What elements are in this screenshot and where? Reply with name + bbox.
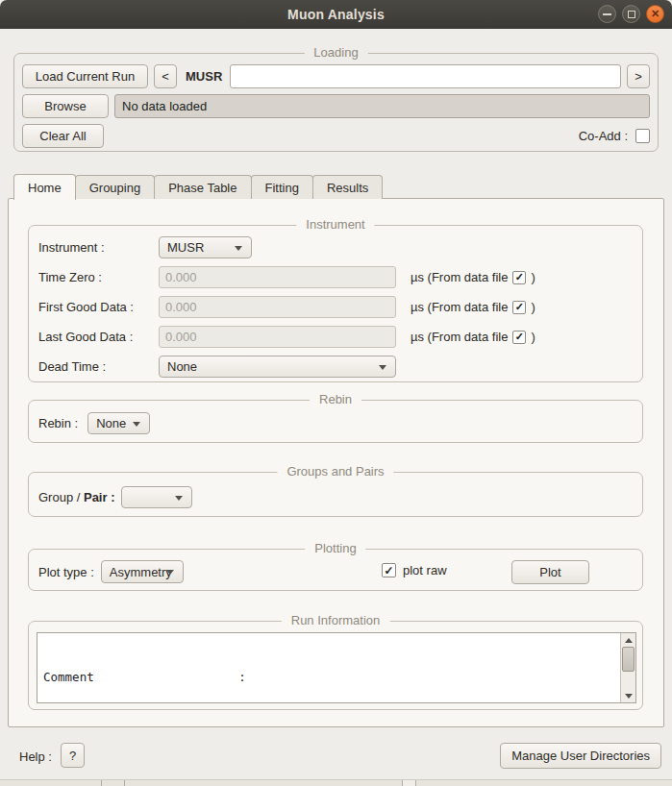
background-window-fragment	[402, 780, 416, 786]
units-close-paren: )	[531, 300, 535, 314]
scroll-up-icon	[625, 638, 633, 643]
units-text: µs (From data file	[411, 300, 508, 314]
instrument-combobox[interactable]: MUSR	[159, 236, 252, 258]
instrument-label: Instrument :	[38, 240, 159, 255]
maximize-icon	[628, 11, 635, 18]
tab-home[interactable]: Home	[13, 174, 76, 200]
instrument-prefix-label: MUSR	[186, 69, 222, 84]
check-icon: ✓	[515, 302, 524, 312]
run-number-input[interactable]	[230, 64, 621, 88]
rebin-row: Rebin : None	[38, 412, 633, 434]
last-good-data-input[interactable]	[159, 326, 396, 348]
browse-button[interactable]: Browse	[22, 94, 109, 118]
plot-type-label: Plot type :	[38, 565, 94, 579]
last-good-data-label: Last Good Data :	[38, 330, 159, 344]
coadd-group: Co-Add :	[579, 129, 650, 143]
previous-run-button[interactable]: <	[154, 64, 177, 88]
minimize-button[interactable]	[598, 5, 616, 23]
run-information-textarea[interactable]: Comment : Start : Log not found End : Lo…	[37, 632, 636, 703]
groups-pairs-groupbox: Groups and Pairs Group / Pair :	[28, 472, 643, 517]
rebin-combobox-value: None	[96, 416, 126, 430]
window-title: Muon Analysis	[287, 7, 385, 22]
minimize-icon	[603, 13, 611, 15]
check-icon: ✓	[384, 565, 393, 577]
plotting-groupbox: Plotting Plot type : Asymmetry ✓ plot ra…	[28, 549, 643, 591]
instrument-legend: Instrument	[296, 217, 374, 232]
scroll-down-icon	[625, 694, 633, 699]
rebin-combobox[interactable]: None	[87, 412, 150, 434]
background-window-divider	[101, 780, 102, 786]
close-button[interactable]: ✕	[646, 5, 664, 23]
dead-time-label: Dead Time :	[38, 359, 159, 374]
help-button[interactable]: ?	[61, 743, 85, 768]
last-good-from-file-checkbox[interactable]: ✓	[512, 331, 526, 344]
loading-legend: Loading	[304, 45, 367, 60]
plot-raw-checkbox[interactable]: ✓	[382, 563, 396, 577]
plot-button[interactable]: Plot	[511, 560, 589, 584]
time-zero-units: µs (From data file ✓ )	[411, 270, 535, 284]
first-good-data-units: µs (From data file ✓ )	[411, 300, 535, 314]
dropdown-arrow-icon	[379, 365, 386, 370]
plot-raw-label: plot raw	[403, 563, 447, 577]
last-good-data-units: µs (From data file ✓ )	[411, 330, 535, 344]
plot-raw-group: ✓ plot raw	[382, 563, 447, 577]
scrollbar-thumb[interactable]	[622, 647, 635, 672]
group-pair-row: Group / Pair :	[38, 486, 633, 508]
time-zero-input[interactable]	[159, 266, 396, 288]
check-icon: ✓	[515, 272, 524, 282]
time-zero-row: Time Zero : µs (From data file ✓ )	[38, 266, 633, 288]
plot-type-combobox[interactable]: Asymmetry	[101, 560, 184, 583]
coadd-checkbox[interactable]	[635, 129, 650, 143]
main-tabbar: Home Grouping Phase Table Fitting Result…	[13, 174, 382, 199]
group-pair-label: Group / Pair :	[38, 490, 114, 504]
last-good-data-row: Last Good Data : µs (From data file ✓ )	[38, 326, 633, 348]
first-good-from-file-checkbox[interactable]: ✓	[512, 301, 526, 314]
dead-time-combobox-value: None	[167, 359, 197, 374]
run-information-text: Comment : Start : Log not found End : Lo…	[43, 634, 616, 702]
scroll-down-button[interactable]	[621, 689, 635, 702]
background-window-divider	[124, 780, 125, 786]
background-window-edge	[0, 779, 672, 786]
coadd-label: Co-Add :	[579, 129, 628, 143]
dropdown-arrow-icon	[166, 570, 174, 575]
plotting-legend: Plotting	[305, 541, 365, 555]
tab-grouping[interactable]: Grouping	[75, 175, 155, 199]
plot-type-combobox-value: Asymmetry	[110, 565, 172, 579]
tab-phase-table[interactable]: Phase Table	[154, 175, 251, 199]
run-information-legend: Run Information	[282, 613, 390, 627]
loading-groupbox: Loading Load Current Run < MUSR > Browse…	[13, 53, 659, 152]
manage-user-directories-button[interactable]: Manage User Directories	[500, 743, 661, 769]
titlebar[interactable]: Muon Analysis ✕	[0, 0, 672, 29]
instrument-combobox-value: MUSR	[167, 240, 204, 255]
dead-time-row: Dead Time : None	[38, 356, 633, 378]
first-good-data-row: First Good Data : µs (From data file ✓ )	[38, 296, 633, 318]
rebin-label: Rebin :	[38, 416, 78, 430]
loading-row-browse: Browse No data loaded	[22, 94, 650, 118]
load-current-run-button[interactable]: Load Current Run	[22, 64, 148, 88]
tab-results[interactable]: Results	[312, 175, 383, 199]
loading-row-clear: Clear All Co-Add :	[22, 124, 650, 148]
run-information-groupbox: Run Information Comment : Start : Log no…	[28, 621, 643, 710]
dead-time-combobox[interactable]: None	[159, 356, 396, 378]
first-good-data-input[interactable]	[159, 296, 396, 318]
maximize-button[interactable]	[622, 5, 640, 23]
units-text: µs (From data file	[411, 270, 508, 284]
rebin-legend: Rebin	[310, 392, 361, 406]
loaded-file-status-field: No data loaded	[114, 94, 650, 118]
scroll-up-button[interactable]	[621, 633, 635, 647]
muon-analysis-window: Muon Analysis ✕ Loading Load Current Run…	[0, 0, 672, 786]
time-zero-from-file-checkbox[interactable]: ✓	[512, 271, 526, 284]
vertical-scrollbar[interactable]	[620, 633, 635, 702]
tab-fitting[interactable]: Fitting	[251, 175, 313, 199]
instrument-row: Instrument : MUSR	[38, 236, 633, 258]
home-tab-panel: Instrument Instrument : MUSR Time Zero :…	[8, 198, 664, 727]
group-pair-combobox[interactable]	[121, 486, 192, 508]
clear-all-button[interactable]: Clear All	[22, 124, 104, 148]
help-label: Help :	[19, 749, 52, 764]
instrument-groupbox: Instrument Instrument : MUSR Time Zero :…	[28, 225, 643, 382]
time-zero-label: Time Zero :	[38, 270, 159, 284]
groups-pairs-legend: Groups and Pairs	[277, 464, 393, 479]
check-icon: ✓	[515, 332, 524, 342]
next-run-button[interactable]: >	[627, 64, 650, 88]
dropdown-arrow-icon	[133, 422, 140, 427]
